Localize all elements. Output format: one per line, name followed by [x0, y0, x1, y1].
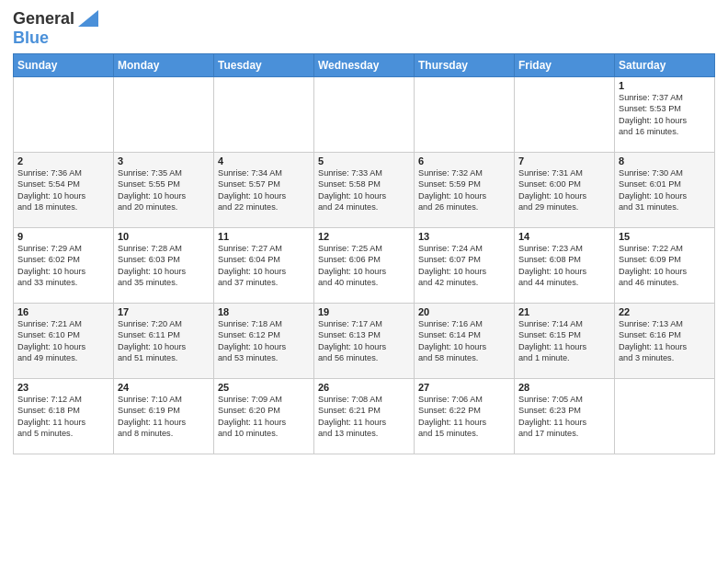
- day-cell: 4Sunrise: 7:34 AM Sunset: 5:57 PM Daylig…: [214, 153, 314, 228]
- day-cell: 12Sunrise: 7:25 AM Sunset: 6:06 PM Dayli…: [314, 228, 415, 304]
- week-row-2: 2Sunrise: 7:36 AM Sunset: 5:54 PM Daylig…: [14, 153, 715, 228]
- day-info: Sunrise: 7:36 AM Sunset: 5:54 PM Dayligh…: [17, 167, 109, 213]
- day-cell: 3Sunrise: 7:35 AM Sunset: 5:55 PM Daylig…: [114, 153, 214, 228]
- day-cell: 10Sunrise: 7:28 AM Sunset: 6:03 PM Dayli…: [114, 228, 214, 304]
- calendar-table: SundayMondayTuesdayWednesdayThursdayFrid…: [13, 53, 715, 454]
- day-info: Sunrise: 7:14 AM Sunset: 6:15 PM Dayligh…: [518, 318, 610, 364]
- day-cell: 7Sunrise: 7:31 AM Sunset: 6:00 PM Daylig…: [515, 153, 615, 228]
- day-info: Sunrise: 7:16 AM Sunset: 6:14 PM Dayligh…: [418, 318, 510, 364]
- week-row-3: 9Sunrise: 7:29 AM Sunset: 6:02 PM Daylig…: [14, 228, 715, 304]
- day-info: Sunrise: 7:12 AM Sunset: 6:18 PM Dayligh…: [17, 394, 109, 440]
- col-header-wednesday: Wednesday: [314, 54, 415, 77]
- col-header-friday: Friday: [515, 54, 615, 77]
- day-cell: 11Sunrise: 7:27 AM Sunset: 6:04 PM Dayli…: [214, 228, 314, 304]
- day-info: Sunrise: 7:28 AM Sunset: 6:03 PM Dayligh…: [118, 243, 210, 289]
- day-number: 8: [619, 155, 711, 167]
- day-number: 19: [318, 306, 410, 317]
- day-number: 14: [518, 231, 610, 242]
- day-info: Sunrise: 7:13 AM Sunset: 6:16 PM Dayligh…: [619, 318, 711, 364]
- day-cell: [14, 77, 114, 153]
- day-number: 4: [218, 155, 310, 167]
- day-number: 22: [619, 306, 711, 317]
- day-cell: 16Sunrise: 7:21 AM Sunset: 6:10 PM Dayli…: [14, 304, 114, 379]
- col-header-saturday: Saturday: [615, 54, 715, 77]
- day-number: 17: [118, 306, 210, 317]
- day-number: 26: [318, 382, 410, 393]
- col-header-monday: Monday: [114, 54, 214, 77]
- day-info: Sunrise: 7:32 AM Sunset: 5:59 PM Dayligh…: [418, 167, 510, 213]
- day-number: 25: [218, 382, 310, 393]
- day-cell: 22Sunrise: 7:13 AM Sunset: 6:16 PM Dayli…: [615, 304, 715, 379]
- day-cell: 15Sunrise: 7:22 AM Sunset: 6:09 PM Dayli…: [615, 228, 715, 304]
- day-cell: 25Sunrise: 7:09 AM Sunset: 6:20 PM Dayli…: [214, 379, 314, 454]
- day-cell: 20Sunrise: 7:16 AM Sunset: 6:14 PM Dayli…: [415, 304, 515, 379]
- day-info: Sunrise: 7:20 AM Sunset: 6:11 PM Dayligh…: [118, 318, 210, 364]
- day-number: 16: [17, 306, 109, 317]
- day-info: Sunrise: 7:05 AM Sunset: 6:23 PM Dayligh…: [518, 394, 610, 440]
- day-number: 20: [418, 306, 510, 317]
- day-number: 5: [318, 155, 410, 167]
- day-cell: [515, 77, 615, 153]
- day-cell: [114, 77, 214, 153]
- day-cell: 21Sunrise: 7:14 AM Sunset: 6:15 PM Dayli…: [515, 304, 615, 379]
- day-cell: 5Sunrise: 7:33 AM Sunset: 5:58 PM Daylig…: [314, 153, 415, 228]
- col-header-tuesday: Tuesday: [214, 54, 314, 77]
- day-cell: 19Sunrise: 7:17 AM Sunset: 6:13 PM Dayli…: [314, 304, 415, 379]
- day-info: Sunrise: 7:33 AM Sunset: 5:58 PM Dayligh…: [318, 167, 410, 213]
- logo-general: General: [13, 9, 74, 29]
- day-cell: 9Sunrise: 7:29 AM Sunset: 6:02 PM Daylig…: [14, 228, 114, 304]
- week-row-4: 16Sunrise: 7:21 AM Sunset: 6:10 PM Dayli…: [14, 304, 715, 379]
- day-cell: 23Sunrise: 7:12 AM Sunset: 6:18 PM Dayli…: [14, 379, 114, 454]
- day-cell: 1Sunrise: 7:37 AM Sunset: 5:53 PM Daylig…: [615, 77, 715, 153]
- day-cell: 14Sunrise: 7:23 AM Sunset: 6:08 PM Dayli…: [515, 228, 615, 304]
- day-number: 13: [418, 231, 510, 242]
- day-info: Sunrise: 7:24 AM Sunset: 6:07 PM Dayligh…: [418, 243, 510, 289]
- day-cell: [314, 77, 415, 153]
- day-cell: [615, 379, 715, 454]
- week-row-1: 1Sunrise: 7:37 AM Sunset: 5:53 PM Daylig…: [14, 77, 715, 153]
- calendar-page: General Blue SundayMondayTuesdayWednesda…: [0, 0, 728, 563]
- day-info: Sunrise: 7:34 AM Sunset: 5:57 PM Dayligh…: [218, 167, 310, 213]
- day-cell: 8Sunrise: 7:30 AM Sunset: 6:01 PM Daylig…: [615, 153, 715, 228]
- day-info: Sunrise: 7:30 AM Sunset: 6:01 PM Dayligh…: [619, 167, 711, 213]
- day-number: 10: [118, 231, 210, 242]
- day-info: Sunrise: 7:06 AM Sunset: 6:22 PM Dayligh…: [418, 394, 510, 440]
- day-number: 11: [218, 231, 310, 242]
- logo-blue: Blue: [13, 29, 49, 47]
- day-info: Sunrise: 7:23 AM Sunset: 6:08 PM Dayligh…: [518, 243, 610, 289]
- day-cell: 27Sunrise: 7:06 AM Sunset: 6:22 PM Dayli…: [415, 379, 515, 454]
- day-info: Sunrise: 7:18 AM Sunset: 6:12 PM Dayligh…: [218, 318, 310, 364]
- day-info: Sunrise: 7:27 AM Sunset: 6:04 PM Dayligh…: [218, 243, 310, 289]
- day-number: 12: [318, 231, 410, 242]
- col-header-sunday: Sunday: [14, 54, 114, 77]
- day-cell: [415, 77, 515, 153]
- day-number: 24: [118, 382, 210, 393]
- day-number: 21: [518, 306, 610, 317]
- day-number: 3: [118, 155, 210, 167]
- day-number: 28: [518, 382, 610, 393]
- day-info: Sunrise: 7:10 AM Sunset: 6:19 PM Dayligh…: [118, 394, 210, 440]
- day-info: Sunrise: 7:37 AM Sunset: 5:53 PM Dayligh…: [619, 92, 711, 138]
- day-info: Sunrise: 7:21 AM Sunset: 6:10 PM Dayligh…: [17, 318, 109, 364]
- day-cell: 6Sunrise: 7:32 AM Sunset: 5:59 PM Daylig…: [415, 153, 515, 228]
- day-info: Sunrise: 7:08 AM Sunset: 6:21 PM Dayligh…: [318, 394, 410, 440]
- day-number: 7: [518, 155, 610, 167]
- day-info: Sunrise: 7:09 AM Sunset: 6:20 PM Dayligh…: [218, 394, 310, 440]
- day-info: Sunrise: 7:25 AM Sunset: 6:06 PM Dayligh…: [318, 243, 410, 289]
- logo: General Blue: [13, 9, 98, 48]
- day-info: Sunrise: 7:35 AM Sunset: 5:55 PM Dayligh…: [118, 167, 210, 213]
- day-number: 23: [17, 382, 109, 393]
- week-row-5: 23Sunrise: 7:12 AM Sunset: 6:18 PM Dayli…: [14, 379, 715, 454]
- day-cell: 28Sunrise: 7:05 AM Sunset: 6:23 PM Dayli…: [515, 379, 615, 454]
- day-cell: 13Sunrise: 7:24 AM Sunset: 6:07 PM Dayli…: [415, 228, 515, 304]
- day-number: 2: [17, 155, 109, 167]
- day-info: Sunrise: 7:31 AM Sunset: 6:00 PM Dayligh…: [518, 167, 610, 213]
- day-cell: 18Sunrise: 7:18 AM Sunset: 6:12 PM Dayli…: [214, 304, 314, 379]
- day-cell: 26Sunrise: 7:08 AM Sunset: 6:21 PM Dayli…: [314, 379, 415, 454]
- day-cell: 2Sunrise: 7:36 AM Sunset: 5:54 PM Daylig…: [14, 153, 114, 228]
- day-cell: [214, 77, 314, 153]
- day-number: 1: [619, 80, 711, 91]
- day-info: Sunrise: 7:17 AM Sunset: 6:13 PM Dayligh…: [318, 318, 410, 364]
- day-cell: 17Sunrise: 7:20 AM Sunset: 6:11 PM Dayli…: [114, 304, 214, 379]
- svg-marker-0: [78, 10, 98, 27]
